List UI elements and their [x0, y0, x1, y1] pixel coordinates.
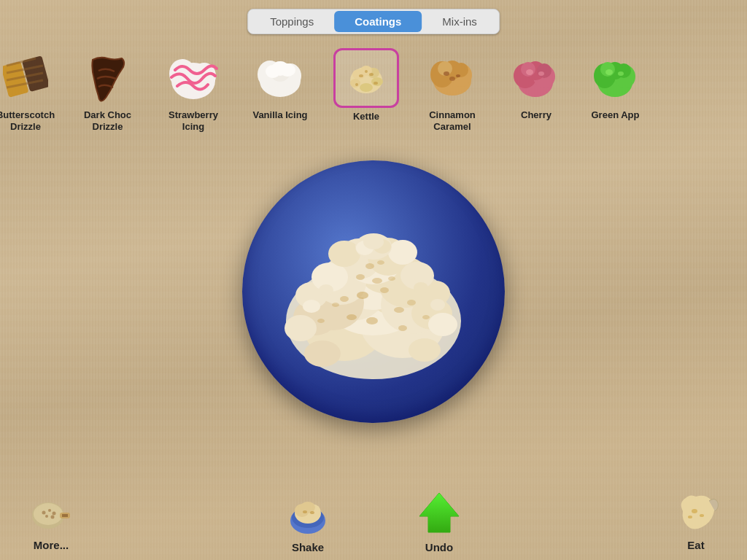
coating-vanilla-icing[interactable]: Vanilla Icing: [237, 44, 323, 125]
svg-point-101: [414, 282, 428, 294]
svg-point-103: [430, 299, 445, 311]
eat-icon: [673, 489, 719, 536]
svg-point-15: [279, 63, 295, 77]
svg-point-52: [618, 71, 624, 76]
svg-point-106: [363, 235, 384, 249]
more-icon: [28, 489, 74, 536]
dark-choc-icon: [85, 52, 131, 102]
butterscotch-icon: [3, 55, 48, 100]
svg-point-96: [332, 303, 339, 307]
popcorn-pile: [257, 175, 490, 408]
coatings-row: ButterscotchDrizzle Dark ChocDrizzle: [0, 44, 747, 136]
svg-point-100: [319, 284, 333, 296]
svg-point-82: [388, 240, 417, 265]
bowl-area: [242, 160, 505, 423]
undo-icon: [414, 487, 465, 538]
coating-green-apple[interactable]: Green App: [577, 44, 654, 125]
coating-strawberry-icing[interactable]: StrawberryIcing: [150, 44, 237, 136]
svg-point-129: [688, 516, 692, 518]
svg-point-33: [454, 63, 468, 77]
strawberry-icing-icon: [164, 48, 222, 106]
vanilla-icon-wrap: [247, 48, 313, 106]
svg-point-36: [449, 77, 455, 81]
cinnamon-icon-wrap: [419, 48, 485, 106]
svg-point-89: [340, 296, 349, 302]
svg-point-128: [700, 514, 704, 517]
svg-point-72: [285, 315, 317, 341]
svg-point-98: [317, 319, 325, 323]
svg-point-24: [369, 73, 374, 76]
tab-toppings[interactable]: Toppings: [249, 11, 334, 32]
svg-point-50: [616, 63, 631, 78]
more-button[interactable]: More...: [15, 489, 88, 551]
eat-button[interactable]: Eat: [659, 489, 732, 551]
svg-point-22: [360, 83, 373, 92]
svg-point-25: [365, 70, 368, 73]
kettle-icon: [341, 52, 392, 104]
coating-cinnamon-caramel[interactable]: CinnamonCaramel: [409, 44, 495, 136]
svg-point-35: [456, 74, 460, 77]
svg-point-88: [366, 317, 378, 324]
svg-point-112: [45, 515, 48, 518]
svg-rect-114: [60, 513, 70, 518]
eat-popcorn-icon: [673, 491, 719, 534]
cherry-icon-wrap: [504, 48, 568, 106]
coating-kettle[interactable]: Kettle: [323, 44, 409, 127]
coating-cherry[interactable]: Cherry: [495, 44, 577, 125]
bottom-bar: More... Shake: [0, 480, 747, 560]
svg-point-27: [374, 82, 378, 85]
svg-point-51: [605, 69, 613, 75]
tab-bar: Toppings Coatings Mix-ins: [247, 9, 500, 34]
shake-icon: [285, 491, 331, 538]
svg-point-43: [526, 69, 533, 75]
shake-button[interactable]: Shake: [271, 491, 344, 553]
coating-butterscotch[interactable]: ButterscotchDrizzle: [0, 44, 66, 136]
vanilla-icing-icon: [251, 48, 309, 106]
svg-point-14: [266, 65, 280, 78]
green-apple-icon-wrap: [584, 48, 646, 106]
undo-label: Undo: [425, 541, 453, 553]
svg-point-86: [347, 314, 357, 320]
svg-point-97: [407, 300, 416, 306]
svg-point-113: [51, 515, 55, 518]
tab-coatings[interactable]: Coatings: [334, 11, 422, 32]
svg-point-87: [394, 307, 404, 313]
svg-point-90: [398, 325, 407, 331]
strawberry-label: StrawberryIcing: [169, 109, 218, 132]
svg-point-127: [692, 509, 697, 513]
svg-point-91: [372, 278, 382, 284]
svg-point-92: [356, 274, 365, 280]
vanilla-label: Vanilla Icing: [252, 109, 307, 121]
butterscotch-icon-wrap: [0, 48, 55, 106]
svg-point-42: [537, 63, 551, 78]
more-label: More...: [34, 539, 69, 551]
dark-choc-icon-wrap: [79, 48, 137, 106]
svg-marker-126: [419, 493, 459, 532]
cinnamon-caramel-icon: [423, 48, 481, 106]
svg-point-84: [357, 292, 368, 299]
cinnamon-label: CinnamonCaramel: [429, 109, 476, 132]
svg-point-44: [538, 71, 544, 76]
dark-choc-label: Dark ChocDrizzle: [84, 109, 131, 132]
svg-point-111: [53, 511, 56, 515]
svg-point-123: [303, 510, 307, 513]
undo-button[interactable]: Undo: [403, 487, 476, 553]
kettle-label: Kettle: [353, 111, 379, 122]
svg-point-85: [380, 287, 389, 293]
svg-point-108: [34, 503, 63, 525]
svg-point-94: [365, 263, 374, 269]
green-apple-label: Green App: [592, 109, 640, 121]
svg-point-23: [359, 74, 363, 77]
coating-dark-choc[interactable]: Dark ChocDrizzle: [66, 44, 150, 136]
undo-arrow-icon: [414, 487, 465, 538]
svg-point-20: [371, 77, 383, 86]
popcorn-svg: [257, 175, 490, 408]
tab-mixins[interactable]: Mix-ins: [422, 11, 498, 32]
svg-point-34: [444, 71, 449, 76]
kettle-icon-wrap: [333, 48, 399, 108]
more-bowl-icon: [28, 492, 74, 533]
svg-point-74: [428, 313, 457, 336]
svg-point-93: [388, 276, 395, 281]
cherry-icon: [508, 49, 565, 106]
svg-point-26: [355, 83, 358, 86]
